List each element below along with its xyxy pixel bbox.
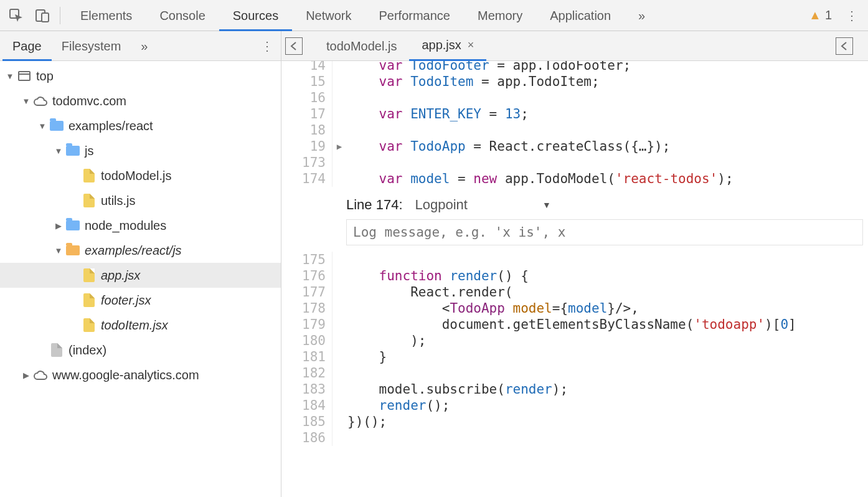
line-number[interactable]: 173 [281,154,333,171]
line-number[interactable]: 185 [281,414,333,430]
tab-network[interactable]: Network [292,0,365,31]
code-text: model.subscribe(render); [346,381,568,397]
code-line[interactable]: 17 var ENTER_KEY = 13; [281,106,868,122]
file-icon [51,343,62,357]
tab-console[interactable]: Console [146,0,219,31]
tree-file[interactable]: todoItem.jsx [0,313,281,338]
code-line[interactable]: 178 <TodoApp model={model}/>, [281,300,868,316]
tab-elements[interactable]: Elements [67,0,146,31]
line-number[interactable]: 17 [281,106,333,122]
tree-top[interactable]: ▼top [0,64,281,88]
tab-performance[interactable]: Performance [366,0,465,31]
line-number[interactable]: 182 [281,365,333,381]
tree-domain[interactable]: ▶www.google-analytics.com [0,362,281,387]
file-tab-label: todoModel.js [326,31,397,61]
code-line[interactable]: 182 [281,365,868,381]
line-number[interactable]: 19 [281,138,333,154]
line-number[interactable]: 186 [281,430,333,446]
code-line[interactable]: 181 } [281,349,868,365]
cloud-icon [33,369,48,381]
warnings-indicator[interactable]: ▲ 1 [809,8,832,22]
code-line[interactable]: 183 model.subscribe(render); [281,381,868,397]
line-number[interactable]: 14 [281,61,333,73]
warning-count: 1 [825,8,832,22]
file-tree: ▼top▼todomvc.com▼examples/react▼jstodoMo… [0,61,281,497]
tree-domain[interactable]: ▼todomvc.com [0,88,281,113]
sidebar-tab-page[interactable]: Page [2,31,52,61]
logpoint-type-dropdown[interactable]: Logpoint ▼ [415,197,551,213]
top-tabs: ElementsConsoleSourcesNetworkPerformance… [67,0,625,31]
line-number[interactable]: 16 [281,90,333,106]
editor-pane: todoModel.jsapp.jsx× 13 app.COMPLETED_TO… [281,31,868,497]
frame-icon [18,71,31,81]
code-scroll[interactable]: 13 app.COMPLETED_TODOS = 'completed';14 … [281,61,868,497]
tab-sources[interactable]: Sources [219,0,292,31]
line-number[interactable]: 15 [281,73,333,90]
tab-memory[interactable]: Memory [464,0,536,31]
line-number[interactable]: 176 [281,268,333,284]
fold-icon[interactable]: ▶ [333,138,346,154]
tree-folder[interactable]: ▼js [0,138,281,163]
close-icon[interactable]: × [468,30,474,60]
tree-folder[interactable]: ▶node_modules [0,213,281,238]
code-line[interactable]: 177 React.render( [281,284,868,300]
code-line[interactable]: 176 function render() { [281,268,868,284]
tree-file[interactable]: todoModel.js [0,163,281,188]
line-number[interactable]: 177 [281,284,333,300]
code-line[interactable]: 179 document.getElementsByClassName('tod… [281,316,868,333]
sidebar-kebab-icon[interactable]: ⋮ [256,39,278,54]
line-number[interactable]: 184 [281,397,333,414]
code-line[interactable]: 18 [281,122,868,138]
tree-folder[interactable]: ▼examples/react [0,113,281,138]
sidebar-tab-filesystem[interactable]: Filesystem [52,31,131,61]
tree-item-label: examples/react/js [85,244,182,258]
tree-arrow-icon: ▶ [54,221,64,230]
nav-back-button[interactable] [285,37,303,55]
line-number[interactable]: 180 [281,333,333,349]
line-number[interactable]: 181 [281,349,333,365]
code-line[interactable]: 14 var TodoFooter = app.TodoFooter; [281,61,868,73]
tree-file[interactable]: footer.jsx [0,288,281,313]
code-line[interactable]: 175 [281,252,868,268]
tree-file[interactable]: app.jsx [0,263,281,288]
line-number[interactable]: 174 [281,171,333,187]
tree-item-label: app.jsx [101,268,140,283]
code-line[interactable]: 184 render(); [281,397,868,414]
line-number[interactable]: 175 [281,252,333,268]
file-icon [83,318,95,332]
line-number[interactable]: 183 [281,381,333,397]
code-line[interactable]: 180 ); [281,333,868,349]
device-toggle-icon[interactable] [31,4,54,27]
code-line[interactable]: 16 [281,90,868,106]
file-tab[interactable]: todoModel.js [314,31,409,61]
logpoint-input[interactable] [346,219,863,245]
line-number[interactable]: 179 [281,316,333,333]
tree-item-label: examples/react [68,119,153,133]
code-line[interactable]: 174 var model = new app.TodoModel('react… [281,171,868,187]
file-tab[interactable]: app.jsx× [409,31,486,61]
tree-folder[interactable]: ▼examples/react/js [0,238,281,263]
code-line[interactable]: 186 [281,430,868,446]
divider [60,7,60,24]
line-number[interactable]: 18 [281,122,333,138]
code-line[interactable]: 185})(); [281,414,868,430]
code-line[interactable]: 173 [281,154,868,171]
tree-file[interactable]: (index) [0,338,281,362]
tree-file[interactable]: utils.js [0,188,281,213]
svg-rect-2 [42,13,49,22]
code-text: })(); [346,414,387,430]
more-tabs-button[interactable]: » [625,0,659,31]
code-line[interactable]: 15 var TodoItem = app.TodoItem; [281,73,868,90]
settings-kebab-icon[interactable]: ⋮ [841,8,863,23]
sidebar-tabs: PageFilesystem » ⋮ [0,31,281,61]
code-line[interactable]: 19▶ var TodoApp = React.createClass({…})… [281,138,868,154]
sources-sidebar: PageFilesystem » ⋮ ▼top▼todomvc.com▼exam… [0,31,281,497]
tab-application[interactable]: Application [536,0,625,31]
tree-item-label: todoItem.jsx [101,318,168,333]
line-number[interactable]: 178 [281,300,333,316]
tree-item-label: www.google-analytics.com [52,368,199,382]
toggle-right-pane-button[interactable] [836,37,853,55]
sidebar-more-button[interactable]: » [131,31,158,61]
inspect-element-icon[interactable] [5,4,27,27]
tree-item-label: utils.js [101,194,136,208]
